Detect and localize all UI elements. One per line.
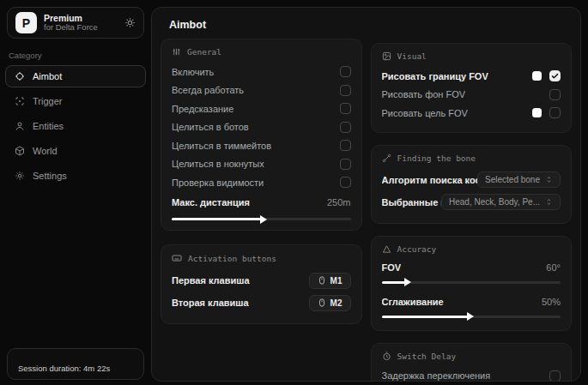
mouse-icon [318, 276, 326, 285]
sidebar-item-label: Entities [33, 121, 64, 131]
fov-value: 60° [546, 262, 561, 273]
keyboard-icon [172, 253, 182, 263]
setting-row-visibility-check: Проверка видимости [172, 173, 351, 192]
color-swatch[interactable] [532, 71, 542, 81]
sidebar-item-label: Trigger [33, 96, 62, 106]
bone-icon [382, 153, 391, 163]
session-duration: Session duration: 4m 22s [18, 364, 110, 373]
max-distance-slider[interactable] [172, 218, 351, 220]
checkbox[interactable] [340, 66, 351, 77]
sidebar-item-label: Settings [33, 171, 67, 181]
card-title: Visual [397, 51, 427, 61]
checkbox[interactable] [340, 122, 351, 133]
card-title: General [187, 47, 221, 57]
smoothing-row: Сглаживание 50% [382, 294, 561, 310]
cube-icon [15, 146, 25, 156]
max-distance-value: 250m [327, 197, 351, 208]
setting-row-target-knocked: Целиться в нокнутых [172, 155, 351, 174]
settings-gear-icon [15, 171, 25, 181]
mouse-icon [318, 298, 326, 307]
sidebar-item-world[interactable]: World [5, 140, 146, 162]
premium-text: Premium for Delta Force [44, 13, 98, 33]
slider-thumb[interactable] [260, 215, 267, 224]
setting-row-enable: Включить [172, 63, 351, 81]
setting-row-target-teammates: Целиться в тиммейтов [172, 136, 351, 155]
sidebar-item-label: Aimbot [33, 71, 62, 81]
first-key-row: Первая клавиша M1 [172, 269, 351, 292]
switch-delay-toggle-row: Задержка переключения [382, 367, 561, 382]
second-key-button[interactable]: M2 [309, 295, 351, 311]
selected-bones-row: Выбранные кос Head, Neck, Body, Pe... [382, 191, 561, 214]
triangle-icon [382, 244, 391, 254]
selected-bones-select[interactable]: Head, Neck, Body, Pe... [441, 194, 561, 210]
gear-icon[interactable] [124, 17, 136, 28]
card-switch-delay-header: Switch Delay [382, 352, 561, 361]
setting-row-prediction: Предсказание [172, 99, 351, 118]
card-general: General Включить Всегда работать Предска… [161, 39, 362, 231]
person-icon [15, 121, 25, 131]
checkbox-checked[interactable] [549, 70, 561, 81]
smoothing-slider[interactable] [382, 316, 561, 318]
category-label: Category [9, 51, 151, 60]
session-box: Session duration: 4m 22s [7, 348, 144, 380]
card-title: Switch Delay [397, 352, 457, 361]
premium-card: P Premium for Delta Force [7, 7, 144, 39]
setting-row-target-bots: Целиться в ботов [172, 118, 351, 137]
sidebar-nav: Aimbot Trigger Entities [0, 65, 151, 187]
setting-row-always-work: Всегда работать [172, 81, 351, 100]
draw-fov-target-row: Рисовать цель FOV [382, 104, 561, 123]
slider-thumb[interactable] [404, 278, 411, 286]
bone-algorithm-row: Алгоритм поиска кост Selected bone [382, 169, 561, 191]
checkbox[interactable] [340, 159, 351, 170]
color-swatch[interactable] [532, 108, 542, 117]
sidebar-item-settings[interactable]: Settings [5, 165, 146, 187]
checkbox[interactable] [340, 103, 351, 114]
crosshair-icon [15, 71, 25, 81]
page-title: Aimbot [152, 8, 580, 39]
app-logo: P [15, 12, 37, 33]
card-activation-buttons: Activation buttons Первая клавиша M1 [161, 244, 362, 324]
main-panel: Aimbot General Включить [151, 7, 581, 382]
stopwatch-icon [382, 352, 391, 361]
card-accuracy: Accuracy FOV 60° Сглаживание 50% [371, 236, 573, 331]
card-finding-bone: Finding the bone Алгоритм поиска кост Se… [371, 145, 573, 224]
premium-subtitle: for Delta Force [44, 23, 98, 33]
card-activation-header: Activation buttons [172, 253, 351, 263]
sort-arrows-icon [545, 198, 553, 206]
left-column: General Включить Всегда работать Предска… [161, 39, 362, 382]
cards-grid: General Включить Всегда работать Предска… [152, 39, 580, 382]
slider-thumb[interactable] [467, 312, 474, 321]
fov-slider[interactable] [382, 281, 561, 284]
card-visual: Visual Рисовать границу FOV Рисовать фон… [371, 43, 573, 133]
checkbox[interactable] [549, 107, 561, 118]
right-column: Visual Рисовать границу FOV Рисовать фон… [371, 43, 573, 382]
fov-row: FOV 60° [382, 260, 561, 275]
card-visual-header: Visual [382, 51, 561, 61]
card-bone-header: Finding the bone [382, 153, 561, 163]
sidebar: P Premium for Delta Force Category Aimbo… [0, 0, 151, 385]
image-icon [382, 51, 391, 61]
draw-fov-border-row: Рисовать границу FOV [382, 67, 561, 86]
second-key-row: Вторая клавиша M2 [172, 292, 351, 314]
first-key-button[interactable]: M1 [309, 273, 351, 289]
sidebar-item-trigger[interactable]: Trigger [5, 90, 146, 112]
app-window: P Premium for Delta Force Category Aimbo… [0, 0, 588, 385]
card-title: Activation buttons [188, 254, 276, 263]
sidebar-item-label: World [33, 146, 58, 156]
card-general-header: General [172, 47, 351, 57]
checkbox[interactable] [549, 89, 561, 100]
sliders-icon [172, 47, 181, 57]
sidebar-item-aimbot[interactable]: Aimbot [5, 65, 146, 87]
checkbox[interactable] [340, 140, 351, 151]
checkbox[interactable] [549, 370, 561, 382]
focus-frame-icon [15, 96, 25, 106]
checkbox[interactable] [340, 85, 351, 96]
draw-fov-background-row: Рисовать фон FOV [382, 86, 561, 105]
sidebar-item-entities[interactable]: Entities [5, 115, 146, 137]
card-accuracy-header: Accuracy [382, 244, 561, 254]
sort-arrows-icon [545, 176, 553, 183]
max-distance-row: Макс. дистанция 250m [172, 194, 351, 213]
checkbox[interactable] [340, 177, 351, 188]
bone-algorithm-select[interactable]: Selected bone [477, 171, 561, 188]
smoothing-value: 50% [542, 297, 561, 307]
